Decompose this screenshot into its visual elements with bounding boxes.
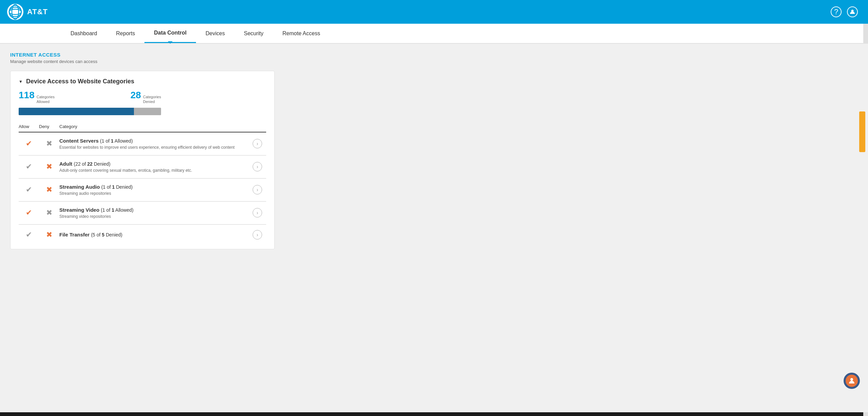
nav-item-remote-access[interactable]: Remote Access (273, 24, 330, 43)
detail-arrow-content-servers[interactable]: › (253, 139, 262, 148)
category-desc-streaming-video: Streaming video repositories (59, 214, 253, 219)
table-row: ✔ ✖ Streaming Audio (1 of 1 Denied) Stre… (19, 179, 266, 202)
nav-item-security[interactable]: Security (234, 24, 273, 43)
deny-x-file-transfer[interactable]: ✖ (39, 230, 59, 239)
denied-label: Categories Denied (143, 95, 161, 104)
detail-arrow-adult[interactable]: › (253, 162, 262, 171)
allowed-stat: 118 Categories Allowed (19, 90, 55, 104)
allow-check-content-servers[interactable]: ✔ (19, 139, 39, 148)
allow-check-file-transfer[interactable]: ✔ (19, 230, 39, 239)
category-desc-content-servers: Essential for websites to improve end us… (59, 145, 253, 150)
denied-count: 28 (131, 90, 141, 101)
logo-area: AT&T (7, 3, 61, 20)
nav-item-data-control[interactable]: Data Control (144, 24, 196, 43)
deny-x-streaming-video[interactable]: ✖ (39, 208, 59, 217)
category-info-adult: Adult (22 of 22 Denied) Adult-only conte… (59, 161, 253, 173)
allow-check-streaming-video[interactable]: ✔ (19, 208, 39, 217)
category-name-content-servers: Content Servers (1 of 1 Allowed) (59, 138, 253, 144)
detail-arrow-streaming-video[interactable]: › (253, 208, 262, 217)
header: AT&T ? (0, 0, 868, 24)
allow-check-streaming-audio[interactable]: ✔ (19, 185, 39, 194)
table-row: ✔ ✖ Content Servers (1 of 1 Allowed) Ess… (19, 132, 266, 155)
user-icon[interactable] (847, 6, 858, 17)
chat-avatar-icon (846, 375, 858, 387)
device-access-card: ▼ Device Access to Website Categories 11… (10, 71, 275, 249)
card-title: Device Access to Website Categories (26, 78, 134, 85)
detail-arrow-streaming-audio[interactable]: › (253, 185, 262, 194)
category-desc-streaming-audio: Streaming audio repositories (59, 191, 253, 196)
nav-item-reports[interactable]: Reports (106, 24, 144, 43)
table-row: ✔ ✖ Adult (22 of 22 Denied) Adult-only c… (19, 155, 266, 179)
allowed-count: 118 (19, 90, 35, 101)
svg-point-6 (850, 378, 853, 381)
col-allow: Allow (19, 124, 39, 129)
att-logo-icon (7, 3, 24, 20)
chat-button[interactable] (844, 373, 860, 389)
progress-fill (19, 108, 134, 115)
category-name-streaming-audio: Streaming Audio (1 of 1 Denied) (59, 184, 253, 190)
table-row: ✔ ✖ File Transfer (5 of 5 Denied) › (19, 225, 266, 242)
col-deny: Deny (39, 124, 59, 129)
main-content: INTERNET ACCESS Manage website content d… (0, 44, 868, 412)
progress-bar (19, 108, 161, 115)
category-info-streaming-video: Streaming Video (1 of 1 Allowed) Streami… (59, 207, 253, 219)
nav-bar: Dashboard Reports Data Control Devices S… (0, 24, 868, 44)
allowed-label: Categories Allowed (37, 95, 55, 104)
category-info-streaming-audio: Streaming Audio (1 of 1 Denied) Streamin… (59, 184, 253, 196)
brand-name: AT&T (27, 7, 48, 16)
deny-x-content-servers[interactable]: ✖ (39, 139, 59, 148)
section-subtitle: Manage website content devices can acces… (10, 59, 858, 64)
scroll-indicator (859, 111, 865, 152)
category-name-adult: Adult (22 of 22 Denied) (59, 161, 253, 167)
collapse-arrow-icon[interactable]: ▼ (19, 79, 23, 84)
category-desc-adult: Adult-only content covering sexual matte… (59, 168, 253, 173)
help-icon[interactable]: ? (831, 6, 842, 17)
deny-x-adult[interactable]: ✖ (39, 162, 59, 171)
category-name-file-transfer: File Transfer (5 of 5 Denied) (59, 232, 253, 238)
col-category: Category (59, 124, 266, 129)
category-name-streaming-video: Streaming Video (1 of 1 Allowed) (59, 207, 253, 213)
card-header: ▼ Device Access to Website Categories (19, 78, 266, 85)
table-row: ✔ ✖ Streaming Video (1 of 1 Allowed) Str… (19, 202, 266, 225)
denied-stat: 28 Categories Denied (131, 90, 161, 104)
stats-row: 118 Categories Allowed 28 Categories Den… (19, 90, 161, 104)
deny-x-streaming-audio[interactable]: ✖ (39, 185, 59, 194)
allow-check-adult[interactable]: ✔ (19, 162, 39, 171)
detail-arrow-file-transfer[interactable]: › (253, 230, 262, 240)
nav-item-devices[interactable]: Devices (196, 24, 234, 43)
nav-item-dashboard[interactable]: Dashboard (61, 24, 106, 43)
category-info-content-servers: Content Servers (1 of 1 Allowed) Essenti… (59, 138, 253, 150)
category-info-file-transfer: File Transfer (5 of 5 Denied) (59, 232, 253, 238)
header-icons: ? (831, 6, 858, 17)
section-title: INTERNET ACCESS (10, 52, 858, 58)
footer: AT&T (0, 412, 868, 416)
table-header: Allow Deny Category (19, 122, 266, 132)
